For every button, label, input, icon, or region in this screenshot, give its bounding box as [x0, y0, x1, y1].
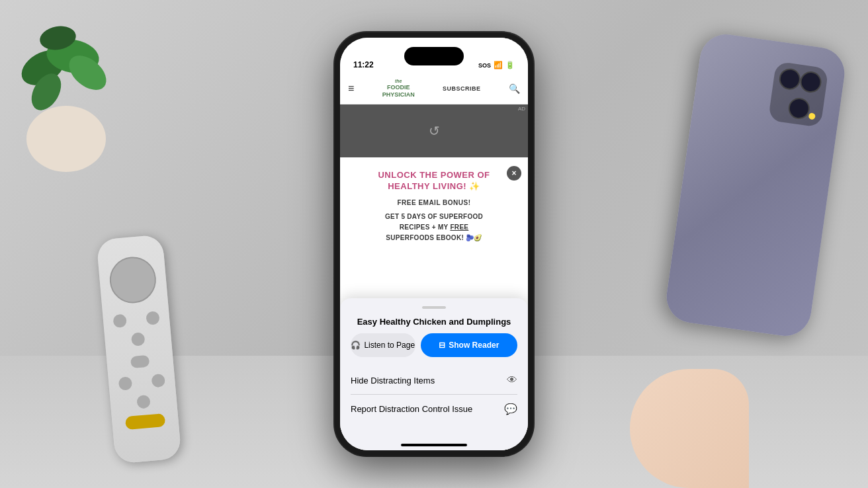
popup-body: GET 5 DAYS OF SUPERFOOD RECIPES + MY FRE…: [353, 212, 515, 243]
hide-distracting-icon: 👁: [507, 374, 517, 386]
popup-title: UNLOCK THE POWER OF HEALTHY LIVING! ✨: [353, 170, 515, 192]
iphone-device: 11:22 SOS 📶 🔋 ≡ the FOODIE PHYSICIAN: [335, 32, 533, 456]
dynamic-island: [404, 47, 464, 65]
site-logo: the FOODIE PHYSICIAN: [382, 79, 415, 99]
popup-subtitle: FREE EMAIL BONUS!: [353, 199, 515, 206]
second-phone-back: [663, 31, 847, 339]
plant-decoration: [0, 0, 185, 185]
website-content: ≡ the FOODIE PHYSICIAN SUBSCRIBE 🔍 AD ↺: [340, 73, 528, 450]
hide-distracting-row[interactable]: Hide Distracting Items 👁: [351, 366, 517, 395]
report-distraction-row[interactable]: Report Distraction Control Issue 💬: [351, 395, 517, 423]
website-nav: ≡ the FOODIE PHYSICIAN SUBSCRIBE 🔍: [340, 73, 528, 104]
popup-close-button[interactable]: ×: [507, 166, 521, 181]
hide-distracting-label: Hide Distracting Items: [351, 376, 435, 386]
status-icons: SOS 📶 🔋: [478, 61, 515, 69]
wifi-icon: 📶: [494, 61, 503, 69]
hamburger-icon[interactable]: ≡: [348, 83, 354, 95]
sheet-title: Easy Healthy Chicken and Dumplings: [351, 317, 517, 327]
hand: [617, 356, 749, 488]
bottom-sheet: Easy Healthy Chicken and Dumplings 🎧 Lis…: [340, 298, 528, 450]
iphone-screen: 11:22 SOS 📶 🔋 ≡ the FOODIE PHYSICIAN: [340, 38, 528, 450]
listen-to-page-button[interactable]: 🎧 Listen to Page: [351, 333, 415, 357]
report-distraction-label: Report Distraction Control Issue: [351, 404, 472, 414]
search-icon[interactable]: 🔍: [509, 83, 520, 94]
background-scene: 11:22 SOS 📶 🔋 ≡ the FOODIE PHYSICIAN: [0, 0, 868, 488]
ad-area: AD ↺: [340, 104, 528, 157]
report-distraction-icon: 💬: [504, 403, 517, 415]
home-indicator: [401, 444, 467, 446]
show-reader-button[interactable]: ⊟ Show Reader: [421, 333, 517, 357]
refresh-icon[interactable]: ↺: [429, 123, 440, 139]
sos-text: SOS: [478, 62, 491, 69]
subscribe-button[interactable]: SUBSCRIBE: [443, 85, 481, 92]
headphone-icon: 🎧: [351, 341, 361, 350]
battery-icon: 🔋: [505, 61, 515, 69]
sheet-handle: [422, 306, 446, 309]
ad-tag: AD: [518, 106, 525, 112]
sheet-action-buttons: 🎧 Listen to Page ⊟ Show Reader: [351, 333, 517, 357]
reader-icon: ⊟: [439, 341, 445, 350]
status-time: 11:22: [353, 60, 374, 69]
